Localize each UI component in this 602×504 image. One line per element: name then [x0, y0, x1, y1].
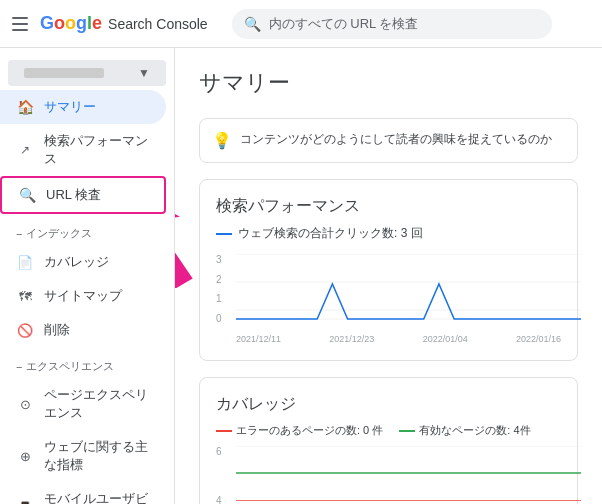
- search-input-placeholder: 内のすべての URL を検査: [269, 15, 419, 33]
- app-title: Search Console: [108, 16, 208, 32]
- sidebar-item-url-inspection[interactable]: 🔍 URL 検査: [0, 176, 166, 214]
- trending-icon: ↗: [16, 141, 34, 159]
- app-body: ▼ 🏠 サマリー ↗ 検索パフォーマンス 🔍 URL 検査 インデックス 📄 カ…: [0, 48, 602, 504]
- section-header-experience: エクスペリエンス: [0, 347, 174, 378]
- sidebar-item-removals-label: 削除: [44, 321, 70, 339]
- mobile-icon: 📱: [16, 499, 34, 504]
- sidebar-item-mobile-label: モバイルユーザビリティ: [44, 490, 150, 504]
- sidebar-item-sitemaps[interactable]: 🗺 サイトマップ: [0, 279, 166, 313]
- page-experience-icon: ⊙: [16, 395, 34, 413]
- tip-text: コンテンツがどのようにして読者の興味を捉えているのか: [240, 131, 552, 148]
- coverage-legend-valid: 有効なページの数: 4件: [399, 423, 530, 438]
- sidebar-item-summary[interactable]: 🏠 サマリー: [0, 90, 166, 124]
- coverage-title: カバレッジ: [216, 394, 561, 415]
- sidebar-item-url-inspection-label: URL 検査: [46, 186, 101, 204]
- tip-icon: 💡: [212, 131, 232, 150]
- coverage-card: カバレッジ エラーのあるページの数: 0 件 有効なページの数: 4件: [199, 377, 578, 504]
- sitemap-icon: 🗺: [16, 287, 34, 305]
- main-content: サマリー 💡 コンテンツがどのようにして読者の興味を捉えているのか 検索パフォー…: [175, 48, 602, 504]
- removal-icon: 🚫: [16, 321, 34, 339]
- y-label-0: 0: [216, 313, 222, 324]
- y-label-3: 3: [216, 254, 222, 265]
- x-label-4: 2022/01/16: [516, 334, 561, 344]
- error-legend-line: [216, 430, 232, 432]
- section-header-index: インデックス: [0, 214, 174, 245]
- sidebar-item-page-experience-label: ページエクスペリエンス: [44, 386, 150, 422]
- property-selector[interactable]: ▼: [8, 60, 166, 86]
- sidebar-item-search-performance-label: 検索パフォーマンス: [44, 132, 150, 168]
- sidebar-item-mobile[interactable]: 📱 モバイルユーザビリティ: [0, 482, 166, 504]
- sidebar-item-coverage[interactable]: 📄 カバレッジ: [0, 245, 166, 279]
- sidebar-item-coverage-label: カバレッジ: [44, 253, 109, 271]
- page-title: サマリー: [199, 68, 578, 98]
- y-label-1: 1: [216, 293, 222, 304]
- logo-area: Google Search Console: [40, 13, 208, 34]
- x-label-1: 2021/12/11: [236, 334, 281, 344]
- sidebar-item-summary-label: サマリー: [44, 98, 96, 116]
- cov-y-label-4: 4: [216, 495, 222, 504]
- sidebar-item-removals[interactable]: 🚫 削除: [0, 313, 166, 347]
- search-url-icon: 🔍: [18, 186, 36, 204]
- search-performance-title: 検索パフォーマンス: [216, 196, 561, 217]
- property-name: [24, 68, 104, 78]
- coverage-legend: エラーのあるページの数: 0 件 有効なページの数: 4件: [216, 423, 561, 438]
- search-performance-metric: ウェブ検索の合計クリック数: 3 回: [238, 225, 423, 242]
- tip-card: 💡 コンテンツがどのようにして読者の興味を捉えているのか: [199, 118, 578, 163]
- valid-legend-line: [399, 430, 415, 432]
- menu-button[interactable]: [8, 12, 32, 36]
- x-label-3: 2022/01/04: [423, 334, 468, 344]
- app-header: Google Search Console 🔍 内のすべての URL を検査: [0, 0, 602, 48]
- search-bar[interactable]: 🔍 内のすべての URL を検査: [232, 9, 552, 39]
- x-label-2: 2021/12/23: [329, 334, 374, 344]
- y-label-2: 2: [216, 274, 222, 285]
- home-icon: 🏠: [16, 98, 34, 116]
- sidebar-item-web-vitals[interactable]: ⊕ ウェブに関する主な指標: [0, 430, 166, 482]
- search-icon: 🔍: [244, 16, 261, 32]
- sidebar: ▼ 🏠 サマリー ↗ 検索パフォーマンス 🔍 URL 検査 インデックス 📄 カ…: [0, 48, 175, 504]
- coverage-legend-error: エラーのあるページの数: 0 件: [216, 423, 383, 438]
- vitals-icon: ⊕: [16, 447, 34, 465]
- property-dropdown-icon: ▼: [138, 66, 150, 80]
- sidebar-item-search-performance[interactable]: ↗ 検索パフォーマンス: [0, 124, 166, 176]
- sidebar-item-sitemaps-label: サイトマップ: [44, 287, 122, 305]
- search-performance-subtitle: ウェブ検索の合計クリック数: 3 回: [216, 225, 561, 242]
- coverage-error-label: エラーのあるページの数: 0 件: [236, 423, 383, 438]
- sidebar-item-web-vitals-label: ウェブに関する主な指標: [44, 438, 150, 474]
- coverage-chart: 6 4: [216, 446, 561, 504]
- coverage-icon: 📄: [16, 253, 34, 271]
- sidebar-item-page-experience[interactable]: ⊙ ページエクスペリエンス: [0, 378, 166, 430]
- coverage-valid-label: 有効なページの数: 4件: [419, 423, 530, 438]
- google-logo: Google: [40, 13, 102, 34]
- search-performance-card: 検索パフォーマンス ウェブ検索の合計クリック数: 3 回 3: [199, 179, 578, 361]
- cov-y-label-6: 6: [216, 446, 222, 457]
- search-performance-chart: 3 2 1 0 2021/12/11 2021/12/23 2022/01/04…: [216, 254, 561, 344]
